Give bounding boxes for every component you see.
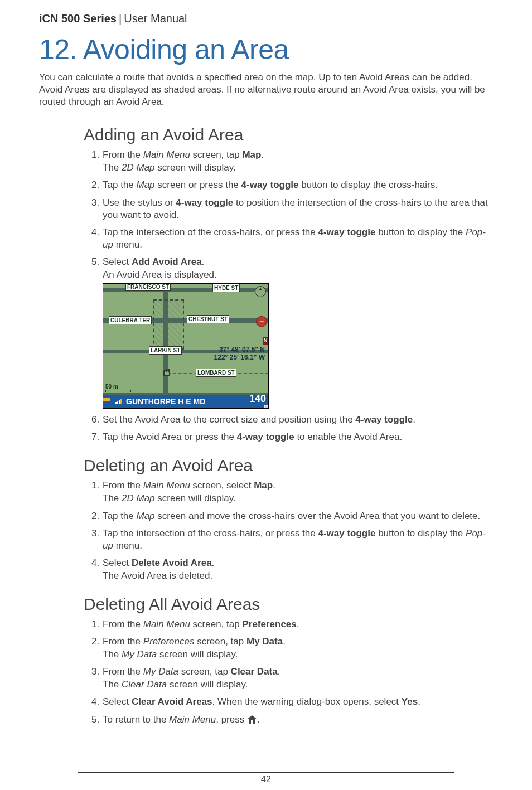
step-number: 4. <box>91 226 99 239</box>
step-sub: The Clear Data screen will display. <box>103 678 493 691</box>
step-2: 2.Tap the Map screen or press the 4-way … <box>91 179 493 191</box>
zoom-out-button[interactable]: − <box>256 316 267 327</box>
gps-coordinates: 37° 48' 07.5" N 122° 25' 16.1" W <box>214 346 265 362</box>
step-number: 2. <box>91 510 99 522</box>
steps-adding: 1.From the Main Menu screen, tap Map.The… <box>84 149 493 443</box>
map-status-bar: GUNTHORPE H E MD 140 m <box>103 395 268 408</box>
heading-deleting: Deleting an Avoid Area <box>84 454 493 476</box>
scale-label: 50 m <box>105 384 118 390</box>
step-body: Use the stylus or 4-way toggle to positi… <box>103 197 488 220</box>
street-label-francisco: FRANCISCO ST <box>125 283 171 291</box>
step-4: 4.Select Clear Avoid Areas. When the war… <box>91 696 493 708</box>
step-number: 4. <box>91 557 99 569</box>
page-title: 12. Avoiding an Area <box>39 32 493 68</box>
step-5: 5.To return to the Main Menu, press . <box>91 714 493 726</box>
step-5: 5.Select Add Avoid Area.An Avoid Area is… <box>91 256 493 409</box>
step-body: To return to the Main Menu, press <box>103 714 247 725</box>
step-number: 1. <box>91 479 99 492</box>
street-label-lombard: LOMBARD ST <box>196 369 236 377</box>
step-body: From the Main Menu screen, select Map. <box>103 480 275 491</box>
step-number: 1. <box>91 149 99 161</box>
step-body: Tap the Avoid Area or press the 4-way to… <box>103 432 402 442</box>
flag-icon <box>103 398 110 405</box>
crosshair-marker[interactable] <box>163 370 170 376</box>
step-body: Select Add Avoid Area. <box>103 256 204 267</box>
header-suffix: User Manual <box>124 11 187 26</box>
step-2: 2.Tap the Map screen and move the cross-… <box>91 510 493 522</box>
step-1: 1.From the Main Menu screen, tap Prefere… <box>91 618 493 631</box>
step-body: From the Main Menu screen, tap Map. <box>103 149 264 160</box>
step-sub: The 2D Map screen will display. <box>103 492 493 505</box>
heading-adding: Adding an Avoid Area <box>84 124 493 146</box>
step-number: 3. <box>91 527 99 540</box>
step-2: 2.From the Preferences screen, tap My Da… <box>91 636 493 661</box>
step-number: 3. <box>91 197 99 209</box>
step-body: Tap the Map screen and move the cross-ha… <box>103 511 480 521</box>
step-body: Set the Avoid Area to the correct size a… <box>103 414 415 425</box>
current-road: GUNTHORPE H E MD <box>126 396 205 406</box>
step-sub: An Avoid Area is displayed. <box>103 269 493 281</box>
section-deleting-all: Deleting All Avoid Areas 1.From the Main… <box>84 593 493 726</box>
coord-lon: 122° 25' 16.1" W <box>214 354 265 362</box>
page-footer: 42 <box>78 772 454 786</box>
page-number: 42 <box>261 774 271 784</box>
step-3: 3.From the My Data screen, tap Clear Dat… <box>91 666 493 691</box>
street-label-chestnut: CHESTNUT ST <box>187 315 229 323</box>
section-deleting: Deleting an Avoid Area 1.From the Main M… <box>84 454 493 582</box>
scale-bar: 50 m <box>105 383 131 392</box>
signal-icon <box>115 399 122 404</box>
page-header: iCN 500 Series | User Manual <box>39 11 493 27</box>
product-name: iCN 500 Series <box>39 11 117 26</box>
step-number: 2. <box>91 179 99 191</box>
header-separator: | <box>119 11 122 26</box>
step-body: From the Preferences screen, tap My Data… <box>103 636 286 647</box>
step-body: Select Delete Avoid Area. <box>103 558 214 568</box>
north-indicator: N <box>263 337 268 345</box>
step-1: 1.From the Main Menu screen, tap Map.The… <box>91 149 493 174</box>
step-sub: The My Data screen will display. <box>103 648 493 661</box>
step-body: Tap the intersection of the cross-hairs,… <box>103 227 486 250</box>
heading-deleting-all: Deleting All Avoid Areas <box>84 593 493 615</box>
step-sub: The Avoid Area is deleted. <box>103 570 493 582</box>
step-body: Select Clear Avoid Areas. When the warni… <box>103 696 420 707</box>
step-6: 6.Set the Avoid Area to the correct size… <box>91 414 493 426</box>
home-icon <box>247 715 257 724</box>
steps-deleting-all: 1.From the Main Menu screen, tap Prefere… <box>84 618 493 726</box>
step-tail: . <box>257 714 260 725</box>
step-number: 2. <box>91 636 99 648</box>
section-adding: Adding an Avoid Area 1.From the Main Men… <box>84 124 493 443</box>
step-3: 3.Tap the intersection of the cross-hair… <box>91 527 493 552</box>
step-number: 3. <box>91 666 99 678</box>
street-label-larkin: LARKIN ST <box>149 346 182 355</box>
step-body: From the My Data screen, tap Clear Data. <box>103 666 280 677</box>
step-4: 4.Tap the intersection of the cross-hair… <box>91 226 493 251</box>
step-number: 1. <box>91 618 99 631</box>
step-body: From the Main Menu screen, tap Preferenc… <box>103 619 299 629</box>
step-7: 7.Tap the Avoid Area or press the 4-way … <box>91 431 493 443</box>
intro-paragraph: You can calculate a route that avoids a … <box>39 71 493 108</box>
step-number: 7. <box>91 431 99 443</box>
map-view[interactable]: FRANCISCO ST HYDE ST CULEBRA TER CHESTNU… <box>103 283 269 409</box>
step-1: 1.From the Main Menu screen, select Map.… <box>91 479 493 505</box>
step-number: 6. <box>91 414 99 426</box>
step-4: 4.Select Delete Avoid Area.The Avoid Are… <box>91 557 493 582</box>
step-number: 5. <box>91 714 99 726</box>
steps-deleting: 1.From the Main Menu screen, select Map.… <box>84 479 493 582</box>
step-number: 5. <box>91 256 99 268</box>
avoid-area-box[interactable] <box>153 299 184 350</box>
compass-icon[interactable] <box>255 286 266 297</box>
step-body: Tap the Map screen or press the 4-way to… <box>103 180 438 190</box>
distance-value: 140 <box>249 393 268 404</box>
street-label-culebra: CULEBRA TER <box>109 316 152 324</box>
step-body: Tap the intersection of the cross-hairs,… <box>103 528 486 551</box>
distance-readout: 140 m <box>249 394 268 409</box>
step-sub: The 2D Map screen will display. <box>103 162 493 174</box>
coord-lat: 37° 48' 07.5" N <box>214 346 265 354</box>
map-screenshot: FRANCISCO ST HYDE ST CULEBRA TER CHESTNU… <box>103 283 493 409</box>
street-label-hyde: HYDE ST <box>212 284 240 292</box>
step-3: 3.Use the stylus or 4-way toggle to posi… <box>91 197 493 221</box>
step-number: 4. <box>91 696 99 708</box>
